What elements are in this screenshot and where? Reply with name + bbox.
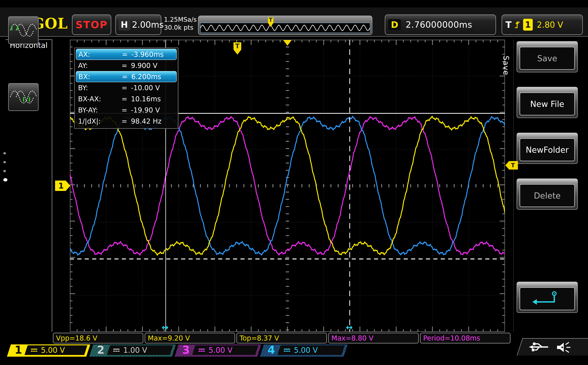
phase-rising-icon — [9, 17, 38, 44]
softkey-save-button[interactable]: Save — [517, 41, 578, 72]
return-arrow-icon — [532, 290, 562, 307]
menu-page-dot — [3, 170, 6, 172]
ch1-coupling-icon — [31, 349, 37, 352]
horizontal-key-label: H — [118, 19, 130, 30]
menu-page-dot — [3, 161, 6, 163]
delay-value: 2.76000000ms — [406, 20, 472, 30]
trigger-readout-button[interactable]: T 1 2.80 V — [502, 14, 583, 35]
beeper-icon — [556, 341, 572, 353]
ch4-coupling-icon — [284, 349, 290, 352]
cursor-readout-panel: AX:=-3.960ms AY:=9.900 V BX:=6.200ms BY:… — [74, 48, 178, 129]
ch2-coupling-icon — [113, 349, 120, 352]
trigger-key-label: T — [506, 20, 512, 30]
channel-3-status[interactable]: 3 5.00 V — [174, 344, 261, 357]
measurement-top[interactable]: Top=8.37 V — [236, 333, 327, 344]
timebase-value: 2.00ms — [132, 20, 164, 30]
menu-page-dot-active — [3, 178, 7, 182]
horizontal-timebase-button[interactable]: H 2.00ms — [115, 14, 161, 35]
cursor-by-line — [70, 259, 505, 260]
channel-2-status[interactable]: 2 1.00 V — [89, 344, 176, 357]
waveform-position-bar[interactable]: T — [198, 16, 372, 35]
measurement-max-ch1[interactable]: Max=9.20 V — [145, 333, 235, 344]
toolbar-separator — [0, 36, 588, 37]
preview-wave-icon — [200, 23, 370, 33]
softkey-delete-button[interactable]: Delete — [517, 178, 578, 210]
usb-icon — [527, 341, 550, 353]
oscilloscope-screen: RIGOL STOP H 2.00ms 1.25MSa/s 30.0k pts … — [0, 0, 588, 365]
ch3-coupling-icon — [198, 349, 205, 352]
delay-key-label: D — [388, 19, 401, 30]
menu-page-dot — [3, 152, 6, 154]
trigger-level-marker: T — [505, 161, 518, 170]
cursor-row-byay: BY-AY:=-19.90 V — [76, 105, 177, 116]
run-state-label: STOP — [75, 19, 108, 31]
measurement-max-ch3[interactable]: Max=8.80 V — [328, 333, 419, 344]
ch1-zero-level-marker: 1 — [55, 181, 70, 191]
cursor-bx-line — [349, 40, 350, 332]
cursor-row-ay: AY:=9.900 V — [76, 60, 177, 71]
cursor-ax-arrow-icon: ↔ — [162, 323, 169, 331]
measure-phase-rising-button[interactable] — [8, 16, 39, 44]
channel-1-status[interactable]: 1 5.00 V — [7, 344, 90, 357]
phase-falling-icon — [9, 84, 38, 110]
trigger-level-value: 2.80 V — [537, 20, 563, 29]
menu-tab-title: Save — [502, 56, 510, 75]
channel-4-status[interactable]: 4 5.00 V — [260, 344, 348, 357]
cursor-row-bx: BX:=6.200ms — [76, 71, 177, 82]
softkey-new-folder-button[interactable]: NewFolder — [517, 133, 578, 164]
cursor-bx-arrow-icon: ↔ — [346, 323, 353, 331]
trigger-source-badge: 1 — [523, 19, 533, 31]
cursor-row-bxax: BX-AX:=10.16ms — [76, 93, 177, 105]
cursor-row-freq: 1/|dX|:=98.42 Hz — [76, 116, 177, 127]
cursor-row-ax: AX:=-3.960ms — [76, 49, 177, 60]
cursor-row-by: BY:=-10.00 V — [76, 82, 177, 93]
acquisition-readout: 1.25MSa/s 30.0k pts — [164, 16, 197, 31]
horizontal-reference-marker-icon — [283, 40, 292, 46]
run-state-button[interactable]: STOP — [72, 14, 111, 35]
sample-rate: 1.25MSa/s — [164, 16, 197, 24]
measurement-vpp[interactable]: Vpp=18.6 V — [53, 333, 143, 344]
trigger-rising-edge-icon — [515, 20, 520, 29]
softkey-back-button[interactable] — [517, 282, 578, 313]
delay-readout-button[interactable]: D 2.76000000ms — [385, 14, 496, 35]
waveform-position-window — [200, 23, 370, 33]
menu-divider — [513, 39, 514, 332]
measure-phase-falling-button[interactable] — [8, 83, 39, 111]
memory-depth: 30.0k pts — [164, 24, 197, 32]
softkey-new-file-button[interactable]: New File — [517, 87, 578, 118]
measurement-period[interactable]: Period=10.08ms — [420, 333, 511, 344]
status-icon-box — [517, 338, 588, 356]
